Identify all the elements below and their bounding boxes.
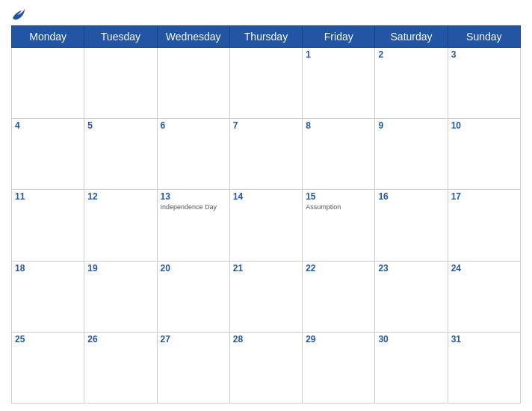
day-number: 26: [87, 334, 153, 344]
day-number: 25: [15, 334, 81, 344]
header: [11, 7, 521, 21]
days-of-week-row: MondayTuesdayWednesdayThursdayFridaySatu…: [12, 26, 521, 48]
calendar-cell: 29: [303, 332, 375, 403]
day-number: 7: [233, 120, 299, 131]
day-number: 10: [451, 120, 517, 131]
holiday-label: Assumption: [306, 203, 371, 211]
calendar-cell: [229, 48, 302, 119]
calendar-cell: 1: [303, 48, 375, 119]
calendar-cell: 30: [375, 332, 448, 403]
calendar-cell: 31: [448, 332, 520, 403]
calendar-cell: 23: [375, 261, 448, 332]
day-number: 30: [378, 334, 444, 344]
day-number: 28: [233, 334, 299, 344]
calendar-cell: 5: [84, 119, 157, 190]
week-row-2: 45678910: [12, 119, 521, 190]
day-header-tuesday: Tuesday: [84, 26, 157, 48]
calendar-cell: 28: [229, 332, 302, 403]
day-number: 4: [15, 120, 81, 131]
day-number: 12: [87, 191, 153, 202]
logo: [11, 7, 78, 21]
calendar-cell: 18: [12, 261, 84, 332]
day-number: 23: [378, 263, 444, 274]
calendar-cell: 3: [448, 48, 520, 119]
day-number: 3: [451, 49, 517, 60]
day-number: 24: [451, 263, 517, 274]
calendar-cell: 12: [84, 190, 157, 261]
day-number: 2: [378, 49, 444, 60]
calendar-cell: 9: [375, 119, 448, 190]
calendar-cell: 19: [84, 261, 157, 332]
day-number: 31: [451, 334, 517, 344]
day-header-wednesday: Wednesday: [157, 26, 229, 48]
day-number: 17: [451, 191, 517, 202]
calendar-cell: 22: [303, 261, 375, 332]
logo-bird-icon: [11, 7, 26, 21]
day-number: 16: [378, 191, 444, 202]
day-number: 20: [161, 263, 226, 274]
calendar-cell: [12, 48, 84, 119]
day-number: 21: [233, 263, 299, 274]
day-number: 1: [306, 49, 371, 60]
calendar-cell: 20: [157, 261, 229, 332]
day-header-sunday: Sunday: [448, 26, 520, 48]
calendar-cell: 16: [375, 190, 448, 261]
week-row-1: 123: [12, 48, 521, 119]
calendar-cell: 27: [157, 332, 229, 403]
calendar-cell: [84, 48, 157, 119]
calendar-cell: 2: [375, 48, 448, 119]
day-header-saturday: Saturday: [375, 26, 448, 48]
day-number: 14: [233, 191, 299, 202]
day-number: 8: [306, 120, 371, 131]
day-header-thursday: Thursday: [229, 26, 302, 48]
week-row-5: 25262728293031: [12, 332, 521, 403]
calendar-cell: 21: [229, 261, 302, 332]
week-row-3: 111213Independence Day1415Assumption1617: [12, 190, 521, 261]
calendar-cell: 17: [448, 190, 520, 261]
calendar-table: MondayTuesdayWednesdayThursdayFridaySatu…: [11, 25, 521, 404]
holiday-label: Independence Day: [161, 203, 226, 211]
calendar-cell: 24: [448, 261, 520, 332]
day-number: 5: [87, 120, 153, 131]
day-number: 15: [306, 191, 371, 202]
calendar-cell: 6: [157, 119, 229, 190]
day-number: 11: [15, 191, 81, 202]
calendar-cell: 14: [229, 190, 302, 261]
page-wrapper: MondayTuesdayWednesdayThursdayFridaySatu…: [0, 0, 532, 411]
calendar-cell: 8: [303, 119, 375, 190]
day-number: 22: [306, 263, 371, 274]
day-header-monday: Monday: [12, 26, 84, 48]
day-number: 13: [161, 191, 226, 202]
day-number: 19: [87, 263, 153, 274]
calendar-cell: 25: [12, 332, 84, 403]
day-number: 29: [306, 334, 371, 344]
day-header-friday: Friday: [303, 26, 375, 48]
calendar-cell: 10: [448, 119, 520, 190]
calendar-cell: 7: [229, 119, 302, 190]
day-number: 6: [161, 120, 226, 131]
calendar-cell: 15Assumption: [303, 190, 375, 261]
calendar-cell: 26: [84, 332, 157, 403]
day-number: 18: [15, 263, 81, 274]
calendar-cell: 4: [12, 119, 84, 190]
calendar-cell: [157, 48, 229, 119]
day-number: 9: [378, 120, 444, 131]
day-number: 27: [161, 334, 226, 344]
calendar-cell: 13Independence Day: [157, 190, 229, 261]
week-row-4: 18192021222324: [12, 261, 521, 332]
calendar-cell: 11: [12, 190, 84, 261]
logo-blue: [11, 7, 28, 21]
